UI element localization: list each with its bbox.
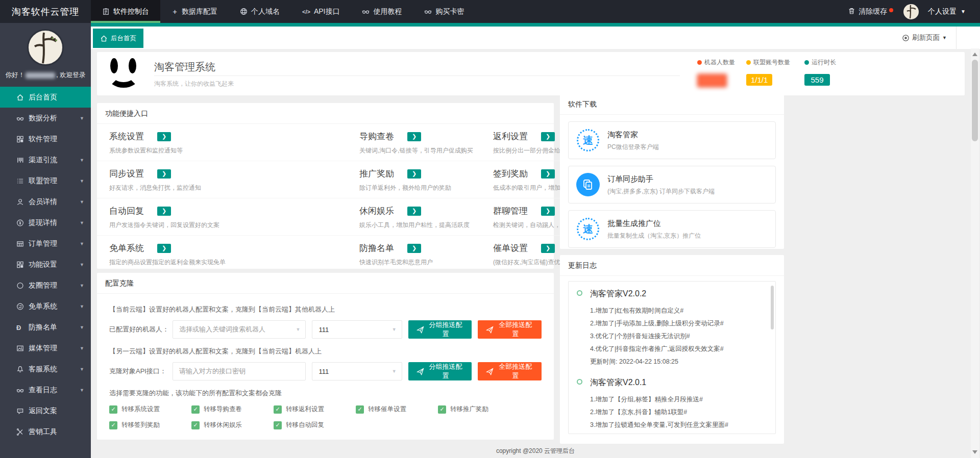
sidebar-item-channel[interactable]: 渠道引流▼ bbox=[0, 149, 91, 170]
scroll-down-icon[interactable] bbox=[972, 450, 977, 454]
checkbox-transfer-system[interactable]: ✓转移系统设置 bbox=[109, 405, 191, 414]
arrow-right-button[interactable]: ❯ bbox=[541, 207, 555, 216]
scroll-up-icon[interactable] bbox=[972, 53, 977, 56]
stat-alliance-accounts: 联盟账号数量 1/1/1 bbox=[746, 58, 807, 86]
nav-tab-software-console[interactable]: 软件控制台 bbox=[91, 0, 160, 23]
divider bbox=[154, 75, 680, 76]
robot-target-select[interactable]: 111▼ bbox=[312, 320, 402, 339]
arrow-right-button[interactable]: ❯ bbox=[157, 132, 171, 141]
checkbox-transfer-rebate[interactable]: ✓转移返利设置 bbox=[274, 405, 356, 414]
stat-value: 559 bbox=[804, 74, 830, 86]
arrow-right-button[interactable]: ❯ bbox=[541, 244, 555, 253]
feature-entertainment: 休闲娱乐❯娱乐小工具，增加用户粘性，提高活跃度 bbox=[347, 198, 481, 235]
user-settings-menu[interactable]: 个人设置▼ bbox=[928, 7, 966, 16]
stat-value: 1/1/1 bbox=[746, 74, 772, 86]
sidebar-item-alliance[interactable]: 联盟管理▼ bbox=[0, 170, 91, 191]
sidebar-item-copywriting[interactable]: 返回文案 bbox=[0, 400, 91, 421]
chevron-down-icon: ▼ bbox=[80, 262, 84, 267]
feature-free-order: 免单系统❯指定的商品设置指定的返利金额来实现免单 bbox=[97, 235, 347, 272]
chevron-down-icon: ▼ bbox=[80, 158, 84, 163]
section-title: 更新日志 bbox=[560, 255, 784, 276]
sidebar-item-marketing[interactable]: 营销工具 bbox=[0, 421, 91, 442]
robot-target-select[interactable]: 111▼ bbox=[312, 362, 402, 380]
arrow-right-button[interactable]: ❯ bbox=[541, 169, 555, 179]
sidebar-item-media[interactable]: 媒体管理▼ bbox=[0, 338, 91, 359]
chevron-down-icon: ▼ bbox=[80, 241, 84, 246]
download-card-order-sync[interactable]: 订单同步助手(淘宝,拼多多,京东) 订单同步下载客户端 bbox=[568, 166, 776, 203]
breadcrumb-home-tab[interactable]: 后台首页 bbox=[93, 29, 143, 48]
push-all-button[interactable]: 全部推送配置 bbox=[478, 320, 542, 339]
arrow-right-button[interactable]: ❯ bbox=[541, 132, 555, 141]
arrow-right-button[interactable]: ❯ bbox=[407, 132, 421, 141]
feature-system-settings: 系统设置❯系统参数设置和监控通知等 bbox=[97, 124, 347, 161]
checkbox-checked-icon: ✓ bbox=[438, 405, 446, 414]
clone-intro-1: 【当前云端】设置好的机器人配置和文案，克隆到【当前云端】其他机器人上 bbox=[109, 305, 542, 314]
arrow-right-button[interactable]: ❯ bbox=[157, 169, 171, 179]
checkbox-checked-icon: ✓ bbox=[191, 421, 200, 429]
section-title: 功能便捷入口 bbox=[97, 103, 554, 124]
chat-icon bbox=[16, 407, 24, 415]
nav-tab-api[interactable]: </>API接口 bbox=[291, 0, 351, 23]
page-scrollbar[interactable] bbox=[971, 48, 979, 458]
checkbox-checked-icon: ✓ bbox=[191, 405, 200, 414]
nav-tab-database-config[interactable]: ＋数据库配置 bbox=[160, 0, 229, 23]
checkbox-checked-icon: ✓ bbox=[274, 421, 282, 429]
checkbox-transfer-urge[interactable]: ✓转移催单设置 bbox=[356, 405, 438, 414]
refresh-page-button[interactable]: 刷新页面 ▼ bbox=[902, 27, 957, 49]
checkbox-transfer-promo[interactable]: ✓转移推广奖励 bbox=[438, 405, 520, 414]
sidebar-item-free-order[interactable]: 免单系统▼ bbox=[0, 296, 91, 317]
checkbox-transfer-checkin[interactable]: ✓转移签到奖励 bbox=[109, 421, 191, 429]
sidebar-item-home[interactable]: 后台首页 bbox=[0, 87, 91, 108]
nav-tab-personal-domain[interactable]: 个人域名 bbox=[229, 0, 291, 23]
arrow-right-button[interactable]: ❯ bbox=[407, 207, 421, 216]
send-icon bbox=[486, 326, 494, 334]
chevron-down-icon: ▼ bbox=[80, 304, 84, 309]
robot-search-select[interactable]: 选择或输入关键词搜索机器人▼ bbox=[173, 320, 306, 339]
clear-cache-button[interactable]: 清除缓存 bbox=[848, 7, 887, 16]
document-logo-icon bbox=[576, 172, 600, 197]
send-icon bbox=[486, 368, 494, 375]
push-all-button[interactable]: 全部推送配置 bbox=[478, 362, 542, 380]
arrow-right-button[interactable]: ❯ bbox=[157, 244, 171, 253]
push-group-button[interactable]: 分组推送配置 bbox=[408, 320, 472, 339]
arrow-right-button[interactable]: ❯ bbox=[407, 169, 421, 179]
nav-tab-tutorial[interactable]: 使用教程 bbox=[351, 0, 413, 23]
checkbox-transfer-guide[interactable]: ✓转移导购查卷 bbox=[191, 405, 274, 414]
scrollbar-thumb[interactable] bbox=[972, 60, 978, 141]
sidebar-item-anti-fraud[interactable]: Đ防撸名单▼ bbox=[0, 317, 91, 338]
download-card-taoke-manager[interactable]: 速 淘客管家PC微信登录客户端 bbox=[568, 121, 776, 159]
smiley-icon bbox=[16, 302, 24, 310]
changelog-list[interactable]: 淘客管家V2.0.2 1.增加了|红包有效期时间自定义# 2.增加了|手动添加上… bbox=[568, 281, 776, 434]
refresh-icon bbox=[902, 34, 910, 42]
changelog-line: 1.增加了|红包有效期时间自定义# bbox=[590, 304, 768, 317]
changelog-entry: 淘客管家V2.0.1 1.增加了【分组,标签】精推全月段推送# 2.增加了【京东… bbox=[577, 377, 768, 431]
scrollbar-thumb[interactable] bbox=[771, 286, 774, 329]
sidebar-item-data-analysis[interactable]: 数据分析▼ bbox=[0, 108, 91, 129]
api-key-input[interactable]: 请输入对方的接口密钥 bbox=[173, 362, 306, 380]
sidebar-item-member[interactable]: 会员详情▼ bbox=[0, 191, 91, 212]
checkbox-transfer-autoreply[interactable]: ✓转移自动回复 bbox=[274, 421, 356, 429]
main-content: 后台首页 刷新页面 ▼ 淘客管理系统 淘客系统，让你的收益飞起来 机器人数量 联… bbox=[91, 23, 980, 458]
sidebar-item-logs[interactable]: 查看日志▼ bbox=[0, 379, 91, 400]
sidebar-item-moments[interactable]: 发圈管理▼ bbox=[0, 275, 91, 296]
sidebar-item-software[interactable]: 软件管理 bbox=[0, 129, 91, 149]
bell-icon bbox=[16, 365, 24, 373]
nav-tab-buy-card[interactable]: 购买卡密 bbox=[413, 0, 475, 23]
feature-grid: 自动回复❯用户发送指令关键词，回复设置好的文案 休闲娱乐❯娱乐小工具，增加用户粘… bbox=[97, 198, 554, 235]
arrow-right-button[interactable]: ❯ bbox=[407, 244, 421, 253]
arrow-right-button[interactable]: ❯ bbox=[157, 207, 171, 216]
avatar[interactable] bbox=[903, 4, 919, 19]
glasses-icon bbox=[424, 8, 432, 15]
sidebar-item-service[interactable]: 客服系统▼ bbox=[0, 359, 91, 379]
profile-avatar[interactable] bbox=[27, 29, 64, 66]
page-subtitle: 淘客系统，让你的收益飞起来 bbox=[154, 80, 234, 88]
sidebar-item-function[interactable]: 功能设置▼ bbox=[0, 254, 91, 275]
stat-uptime: 运行时长 559 bbox=[804, 58, 866, 86]
feature-sync-settings: 同步设置❯好友请求，消息免打扰，监控通知 bbox=[97, 161, 347, 198]
push-group-button[interactable]: 分组推送配置 bbox=[408, 362, 472, 380]
config-clone-panel: 配置克隆 【当前云端】设置好的机器人配置和文案，克隆到【当前云端】其他机器人上 … bbox=[97, 273, 554, 440]
download-card-batch-pid[interactable]: 速 批量生成推广位批量复制生成（淘宝,京东）推广位 bbox=[568, 210, 776, 248]
sidebar-item-withdraw[interactable]: 提现详情▼ bbox=[0, 212, 91, 233]
checkbox-transfer-entertainment[interactable]: ✓转移休闲娱乐 bbox=[191, 421, 274, 429]
sidebar-item-order[interactable]: 订单管理▼ bbox=[0, 233, 91, 254]
